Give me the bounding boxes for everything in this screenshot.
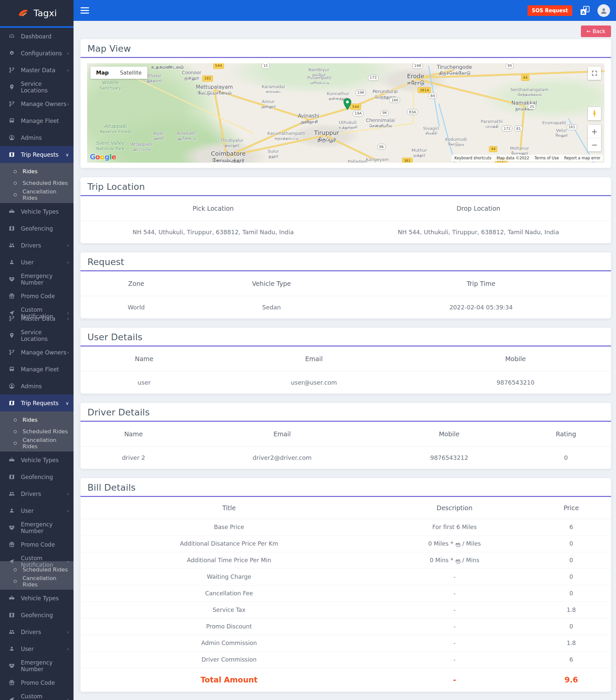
brand-name: Tagxi [34, 8, 57, 18]
chevron-icon: › [67, 51, 69, 56]
map-place-label: Anaikattiஆனைகட்டி [177, 131, 196, 140]
sidebar-item[interactable]: Manage Fleet [0, 361, 74, 378]
map-place-label: Muthurமுத்தூர் [412, 148, 427, 157]
translate-icon[interactable]: A [580, 5, 590, 16]
report-map-error-link[interactable]: Report a map error [564, 156, 601, 160]
keyboard-shortcuts-link[interactable]: Keyboard shortcuts [454, 156, 491, 160]
sidebar-item[interactable]: Promo Code [0, 674, 74, 691]
map-type-button-map[interactable]: Map [90, 66, 114, 79]
sidebar-item[interactable]: Vehicle Types [0, 590, 74, 607]
sidebar-item[interactable]: Rides [0, 163, 74, 177]
sidebar-item-label: Promo Code [21, 679, 55, 686]
sidebar-item[interactable]: Trip Requests ∨ [0, 146, 74, 163]
pegman-control[interactable] [588, 107, 601, 120]
google-map[interactable]: உதகமண்டலம் Tiruchengodeதிருச்செங்கோடு Er… [87, 63, 604, 163]
sidebar-item-icon [9, 242, 15, 249]
brand-logo[interactable]: Tagxi [0, 0, 74, 26]
pickup-marker[interactable] [343, 98, 352, 110]
map-route-badge: 96 [377, 144, 386, 150]
sidebar-item[interactable]: Emergency Number [0, 271, 74, 288]
map-data-label: Map data ©2022 [496, 156, 529, 160]
pegman-icon [591, 110, 599, 117]
avatar[interactable] [598, 4, 610, 17]
column-header: Description [378, 497, 531, 519]
sidebar: Tagxi Dashboard Configurations › Master … [0, 0, 74, 700]
sidebar-item[interactable]: Geofencing [0, 468, 74, 485]
sidebar-item-icon [9, 293, 15, 299]
sidebar-item-label: Vehicle Types [21, 208, 59, 215]
sidebar-item[interactable]: Trip Requests ∨ [0, 395, 74, 411]
bill-row: Service Tax - 1.8 [80, 602, 611, 618]
terms-of-use-link[interactable]: Terms of Use [535, 156, 559, 160]
pick-location-value: NH 544, Uthukuli, Tiruppur, 638812, Tami… [80, 221, 346, 243]
map-place-label: Senthamangalamசெந்தமங்கலம் [510, 87, 549, 97]
map-attribution: Keyboard shortcuts Map data ©2022 Terms … [452, 155, 603, 161]
trip-time-value: 2022-02-04 05:39:34 [351, 296, 611, 318]
sidebar-item[interactable]: User › [0, 254, 74, 271]
sidebar-item[interactable]: User › [0, 640, 74, 657]
zoom-out-button[interactable]: − [588, 138, 601, 151]
sidebar-item[interactable]: Cancellation Rides [0, 189, 74, 203]
sidebar-item[interactable]: Custom Notification › [0, 553, 74, 570]
sidebar-item-icon [9, 225, 15, 232]
sidebar-item[interactable]: Configurations › [0, 45, 74, 62]
main-content: ← Back Map View [74, 21, 616, 700]
table-header-row: Name Email Mobile [80, 347, 611, 371]
zoom-in-button[interactable]: + [588, 125, 601, 138]
sidebar-item[interactable]: Admins [0, 129, 74, 146]
sidebar-item-label: Master Data [21, 315, 55, 322]
sidebar-item[interactable]: Drivers › [0, 485, 74, 502]
table-header-row: Name Email Mobile Rating [80, 422, 611, 446]
sidebar-item[interactable]: Emergency Number [0, 657, 74, 674]
fullscreen-button[interactable] [588, 66, 601, 80]
sidebar-item[interactable]: Emergency Number [0, 519, 74, 536]
sidebar-item[interactable]: Geofencing [0, 607, 74, 624]
chevron-icon: › [67, 243, 69, 248]
sidebar-item[interactable]: Geofencing [0, 220, 74, 237]
sidebar-item[interactable]: Rides [0, 411, 74, 426]
table-header-row: Title Description Price [80, 497, 611, 519]
back-button[interactable]: ← Back [581, 25, 611, 37]
sidebar-item[interactable]: Custom Notification › [0, 691, 74, 700]
sidebar-item[interactable]: Drivers › [0, 237, 74, 254]
column-header: Rating [521, 422, 611, 446]
sidebar-item[interactable]: Cancellation Rides [0, 575, 74, 590]
sidebar-item-label: Rides [23, 168, 37, 175]
sidebar-item[interactable]: Manage Owners › [0, 344, 74, 361]
sidebar-item[interactable]: Manage Fleet [0, 112, 74, 129]
sidebar-item[interactable]: Service Locations [0, 78, 74, 96]
sidebar-item[interactable]: Dashboard [0, 28, 74, 45]
sidebar-item[interactable]: Vehicle Types [0, 203, 74, 220]
sidebar-item[interactable]: Promo Code [0, 536, 74, 553]
map-place-label: WildlifeSanctuary [100, 80, 121, 90]
sidebar-item[interactable]: Cancellation Rides [0, 437, 74, 451]
sidebar-item[interactable]: Scheduled Rides [0, 177, 74, 189]
sidebar-item-label: Promo Code [21, 293, 55, 299]
sidebar-item[interactable]: Master Data › [0, 310, 74, 327]
sidebar-item[interactable]: Vehicle Types [0, 451, 74, 468]
map-place-label: Agaliஅகளி [153, 131, 164, 140]
sidebar-item[interactable]: User › [0, 502, 74, 519]
hamburger-menu-icon[interactable] [80, 5, 89, 15]
map-route-badge: 381 [402, 158, 413, 163]
sidebar-item-icon [9, 276, 15, 282]
sidebar-item[interactable]: Admins [0, 378, 74, 395]
chevron-icon: › [67, 646, 69, 652]
sidebar-item[interactable]: Master Data › [0, 62, 74, 78]
sos-request-button[interactable]: SOS Request [528, 5, 572, 16]
sidebar-item-label: Configurations [21, 50, 62, 57]
google-logo[interactable]: Google [90, 153, 116, 161]
sidebar-item[interactable]: Service Locations [0, 327, 74, 344]
bill-price: 1.8 [531, 635, 611, 651]
sidebar-item[interactable]: Drivers › [0, 624, 74, 640]
chevron-icon: › [67, 316, 69, 321]
section-title-driver-details: Driver Details [80, 403, 611, 421]
sidebar-item-label: Manage Owners [21, 101, 66, 107]
sidebar-item-icon [9, 151, 15, 158]
sidebar-item-icon [9, 457, 15, 463]
map-type-button-satellite[interactable]: Satellite [114, 66, 147, 79]
bill-description: - [378, 568, 531, 585]
sidebar-item[interactable]: Scheduled Rides [0, 426, 74, 437]
sidebar-item[interactable]: Manage Owners › [0, 96, 74, 112]
sidebar-item[interactable]: Promo Code [0, 288, 74, 304]
